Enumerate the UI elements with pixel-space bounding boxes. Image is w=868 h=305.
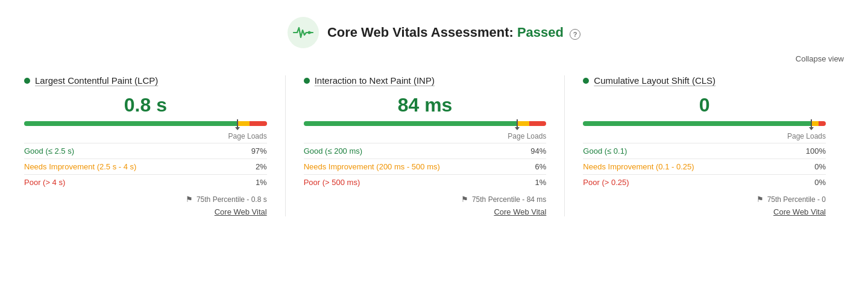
percentile-row-inp: ⚑75th Percentile - 84 ms bbox=[304, 195, 547, 204]
bar-green-lcp bbox=[24, 121, 237, 126]
pin-icon-cls: ⚑ bbox=[756, 195, 764, 204]
metric-title-cls[interactable]: Cumulative Layout Shift (CLS) bbox=[594, 75, 715, 86]
bar-container-lcp bbox=[24, 121, 267, 128]
collapse-link[interactable]: Collapse view bbox=[796, 54, 844, 63]
stat-label-cls-0: Good (≤ 0.1) bbox=[583, 143, 788, 159]
stat-label-cls-1: Needs Improvement (0.1 - 0.25) bbox=[583, 159, 788, 175]
stat-value-inp-0: 94% bbox=[521, 143, 547, 159]
percentile-row-cls: ⚑75th Percentile - 0 bbox=[583, 195, 826, 204]
stat-row-cls-0: Good (≤ 0.1)100% bbox=[583, 143, 826, 159]
stat-value-lcp-0: 97% bbox=[237, 143, 266, 159]
metric-card-lcp: Largest Contentful Paint (LCP)0.8 sPage … bbox=[24, 75, 286, 216]
stat-row-inp-0: Good (≤ 200 ms)94% bbox=[304, 143, 547, 159]
percentile-text-cls: 75th Percentile - 0 bbox=[767, 195, 826, 204]
metric-value-inp: 84 ms bbox=[304, 94, 547, 116]
stat-label-inp-0: Good (≤ 200 ms) bbox=[304, 143, 521, 159]
bar-red-cls bbox=[819, 121, 826, 126]
icon-circle bbox=[288, 17, 319, 48]
stat-label-lcp-2: Poor (> 4 s) bbox=[24, 175, 237, 190]
green-dot-inp bbox=[304, 78, 310, 84]
bar-marker-inp bbox=[517, 119, 518, 128]
green-dot-cls bbox=[583, 78, 589, 84]
pin-icon-inp: ⚑ bbox=[461, 195, 468, 204]
bar-green-inp bbox=[304, 121, 517, 126]
core-web-vital-link-lcp[interactable]: Core Web Vital bbox=[24, 207, 267, 216]
stat-row-lcp-0: Good (≤ 2.5 s)97% bbox=[24, 143, 267, 159]
metric-title-inp[interactable]: Interaction to Next Paint (INP) bbox=[315, 75, 435, 86]
stat-value-lcp-1: 2% bbox=[237, 159, 266, 175]
metric-card-cls: Cumulative Layout Shift (CLS)0Page Loads… bbox=[565, 75, 844, 216]
bar-track-inp bbox=[304, 121, 547, 126]
green-dot-lcp bbox=[24, 78, 30, 84]
help-icon[interactable]: ? bbox=[570, 29, 580, 40]
stat-value-cls-0: 100% bbox=[788, 143, 826, 159]
stat-label-inp-1: Needs Improvement (200 ms - 500 ms) bbox=[304, 159, 521, 175]
percentile-text-inp: 75th Percentile - 84 ms bbox=[472, 195, 546, 204]
bar-marker-cls bbox=[811, 119, 812, 128]
bar-red-inp bbox=[529, 121, 546, 126]
stat-label-lcp-0: Good (≤ 2.5 s) bbox=[24, 143, 237, 159]
metric-title-row-lcp: Largest Contentful Paint (LCP) bbox=[24, 75, 267, 86]
bar-red-lcp bbox=[250, 121, 266, 126]
metric-title-lcp[interactable]: Largest Contentful Paint (LCP) bbox=[35, 75, 158, 86]
bar-orange-inp bbox=[517, 121, 529, 126]
stat-label-lcp-1: Needs Improvement (2.5 s - 4 s) bbox=[24, 159, 237, 175]
stat-row-cls-1: Needs Improvement (0.1 - 0.25)0% bbox=[583, 159, 826, 175]
metric-card-inp: Interaction to Next Paint (INP)84 msPage… bbox=[286, 75, 565, 216]
metric-value-lcp: 0.8 s bbox=[24, 94, 267, 116]
page-loads-label-cls: Page Loads bbox=[583, 132, 826, 140]
stat-value-cls-1: 0% bbox=[788, 159, 826, 175]
bar-orange-cls bbox=[811, 121, 819, 126]
bar-container-cls bbox=[583, 121, 826, 128]
page-loads-label-lcp: Page Loads bbox=[24, 132, 267, 140]
percentile-row-lcp: ⚑75th Percentile - 0.8 s bbox=[24, 195, 267, 204]
percentile-text-lcp: 75th Percentile - 0.8 s bbox=[197, 195, 267, 204]
bar-track-cls bbox=[583, 121, 826, 126]
bar-marker-lcp bbox=[237, 119, 238, 128]
core-web-vital-link-cls[interactable]: Core Web Vital bbox=[583, 207, 826, 216]
core-web-vital-link-inp[interactable]: Core Web Vital bbox=[304, 207, 547, 216]
stats-table-lcp: Good (≤ 2.5 s)97%Needs Improvement (2.5 … bbox=[24, 143, 267, 190]
stat-value-inp-1: 6% bbox=[521, 159, 547, 175]
stat-row-lcp-1: Needs Improvement (2.5 s - 4 s)2% bbox=[24, 159, 267, 175]
waveform-icon bbox=[292, 24, 314, 41]
metric-title-row-inp: Interaction to Next Paint (INP) bbox=[304, 75, 547, 86]
stat-label-cls-2: Poor (> 0.25) bbox=[583, 175, 788, 190]
stat-value-lcp-2: 1% bbox=[237, 175, 266, 190]
stat-label-inp-2: Poor (> 500 ms) bbox=[304, 175, 521, 190]
collapse-row: Collapse view bbox=[0, 54, 868, 69]
page-loads-label-inp: Page Loads bbox=[304, 132, 547, 140]
stat-row-lcp-2: Poor (> 4 s)1% bbox=[24, 175, 267, 190]
stat-value-inp-2: 1% bbox=[521, 175, 547, 190]
stat-value-cls-2: 0% bbox=[788, 175, 826, 190]
stats-table-cls: Good (≤ 0.1)100%Needs Improvement (0.1 -… bbox=[583, 143, 826, 190]
metric-title-row-cls: Cumulative Layout Shift (CLS) bbox=[583, 75, 826, 86]
stat-row-inp-1: Needs Improvement (200 ms - 500 ms)6% bbox=[304, 159, 547, 175]
metric-value-cls: 0 bbox=[583, 94, 826, 116]
pin-icon-lcp: ⚑ bbox=[186, 195, 193, 204]
bar-track-lcp bbox=[24, 121, 267, 126]
header: Core Web Vitals Assessment: Passed ? bbox=[0, 0, 868, 54]
bar-container-inp bbox=[304, 121, 547, 128]
page-title: Core Web Vitals Assessment: Passed ? bbox=[327, 25, 580, 40]
metrics-row: Largest Contentful Paint (LCP)0.8 sPage … bbox=[0, 69, 868, 228]
bar-orange-lcp bbox=[237, 121, 250, 126]
bar-green-cls bbox=[583, 121, 811, 126]
stat-row-cls-2: Poor (> 0.25)0% bbox=[583, 175, 826, 190]
stats-table-inp: Good (≤ 200 ms)94%Needs Improvement (200… bbox=[304, 143, 547, 190]
svg-point-1 bbox=[310, 32, 312, 34]
stat-row-inp-2: Poor (> 500 ms)1% bbox=[304, 175, 547, 190]
